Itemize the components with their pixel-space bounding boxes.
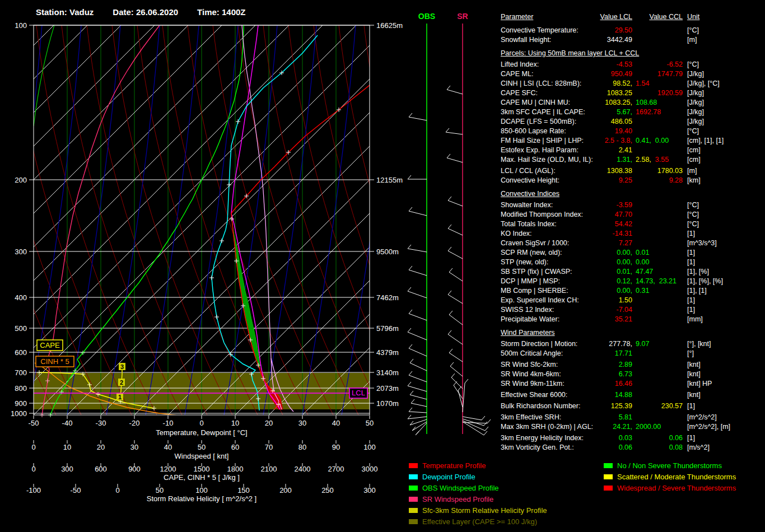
param-unit: [1], [1] — [687, 286, 707, 296]
wind-barb-tick — [448, 247, 451, 251]
cape-tick-label: 600 — [95, 465, 107, 473]
height-tick-label: 3140m — [376, 368, 399, 377]
cape-tick-label: 1800 — [227, 465, 244, 473]
wind-barb-tick — [447, 86, 450, 90]
param-unit: [°C] — [687, 60, 699, 69]
wind-barb — [408, 291, 427, 298]
cape-tick-label: 2100 — [261, 465, 277, 473]
value-lcl: 7.27 — [572, 239, 632, 248]
legend-label: Widespread / Severe Thunderstorms — [617, 484, 736, 492]
km-marker-label: 2 — [120, 379, 123, 386]
param-label: Lifted Index: — [501, 60, 539, 69]
param-row: Convective Temperature:29.50[°C] — [501, 26, 765, 35]
param-unit: [cm], [1], [1] — [687, 136, 724, 146]
wind-barb-tick — [448, 330, 451, 334]
param-label: DCAPE (LFS = 500mB): — [501, 117, 576, 127]
param-unit: [1] — [687, 248, 695, 258]
wind-tick-label: 70 — [265, 443, 273, 451]
wind-barb-tick — [454, 381, 457, 385]
temp-tick-label: -50 — [29, 419, 39, 427]
temp-tick-label: 50 — [366, 419, 374, 427]
cape-tick-label: 900 — [128, 465, 141, 473]
wind-barb — [410, 395, 427, 399]
wind-barb-tick — [410, 391, 413, 395]
wind-barb-tick — [448, 197, 451, 200]
isotherm-line — [168, 25, 558, 415]
param-unit: [J/kg] — [687, 108, 704, 117]
wind-barb-tick — [409, 310, 412, 314]
wind-barb — [448, 251, 463, 259]
param-unit: [m] — [687, 35, 697, 45]
value-lcl: 17.71 — [572, 349, 632, 358]
param-label: 3km Energy Helicity Index: — [501, 433, 584, 443]
legend-swatch-icon — [409, 519, 418, 524]
param-label: CAPE SFC: — [501, 88, 538, 98]
wind-tick-label: 10 — [63, 443, 71, 451]
temperature-line — [231, 85, 370, 409]
value-lcl: 2.89 — [572, 360, 632, 370]
height-tick-label: 5796m — [376, 324, 399, 333]
param-label: Snowfall Height: — [501, 35, 551, 45]
parcel-curve — [242, 25, 282, 409]
wind-barb — [448, 334, 463, 344]
param-unit: [1] — [687, 433, 695, 443]
param-label: Storm Direction | Motion: — [501, 339, 577, 349]
legend-label: OBS Windspeed Profile — [422, 484, 499, 492]
param-unit: [1] — [687, 258, 695, 267]
value-ccl: 0.08 — [638, 443, 683, 452]
wind-barb-tick — [484, 422, 487, 426]
dry-adiabat — [137, 25, 258, 415]
param-row: Max 3km SRH (0-2km) | AGL:24.21,2000.00[… — [501, 422, 765, 432]
value-lcl: 24.21, — [572, 422, 632, 432]
param-unit: [knt] — [687, 390, 701, 400]
param-unit: [J/kg] — [687, 117, 704, 127]
param-row: 3km Energy Helicity Index:0.030.06[1] — [501, 433, 765, 443]
col-header-parameter: Parameter — [501, 12, 533, 22]
temp-tick-label: -40 — [62, 419, 73, 427]
param-row: MB Comp | SHERBE:0.00,0.31[1], [1] — [501, 286, 765, 296]
srh-tick-label: -50 — [71, 486, 81, 494]
param-label: SWISS 12 Index: — [501, 305, 554, 315]
value-ccl: 1780.03 — [638, 166, 683, 176]
wind-barb-tick — [447, 154, 450, 158]
srh-tick-label: 100 — [195, 486, 208, 494]
value-lcl: 277.78, — [572, 339, 632, 349]
param-unit: [1], [%], [%] — [687, 277, 723, 286]
param-label: SR Wind Sfc-2km: — [501, 360, 558, 370]
value-lcl: 0.06 — [572, 443, 632, 452]
value-ccl: 230.57 — [638, 402, 683, 411]
legend-label: SR Windspeed Profile — [422, 495, 493, 503]
param-row: Total Totals Index:54.42[°C] — [501, 220, 765, 229]
param-unit: [mm] — [687, 315, 703, 324]
wind-barb — [463, 421, 485, 431]
severity-legend-item: No / Non Severe Thunderstorms — [604, 461, 736, 473]
dry-adiabat — [87, 25, 207, 415]
wind-barb — [449, 315, 463, 325]
param-row: CAPE ML:950.491747.79[J/kg] — [501, 69, 765, 79]
value-lcl: 950.49 — [572, 69, 632, 79]
height-tick-label: 12155m — [376, 176, 403, 184]
param-row: CAPE MU | CINH MU:1083.25,108.68[J/kg] — [501, 98, 765, 108]
param-unit: [cm] — [687, 146, 701, 155]
section-header: Convective Indices — [501, 189, 765, 200]
height-tick-label: 9500m — [376, 248, 399, 256]
value-mid: 0.31 — [636, 286, 649, 296]
param-label: Estofex Exp. Hail Param: — [501, 146, 579, 155]
param-label: DCP | MMP | MSP: — [501, 277, 560, 286]
wind-barb-tick — [409, 266, 412, 270]
wind-barb — [449, 353, 463, 362]
dewpoint-line — [212, 35, 318, 410]
param-unit: [m^2/s^2], [m] — [687, 422, 730, 432]
temp-tick-label: 40 — [332, 419, 340, 427]
value-lcl: 47.70 — [572, 210, 632, 220]
wind-barb-tick — [410, 359, 413, 363]
pressure-tick-label: 500 — [15, 324, 27, 333]
legend-swatch-icon — [604, 486, 613, 491]
wind-tick-label: 0 — [31, 443, 35, 451]
wind-barb-tick — [465, 379, 468, 383]
pressure-tick-label: 1000 — [11, 409, 27, 418]
legend-label: Effective Layer (CAPE >= 100 J/kg) — [422, 517, 537, 526]
legend-label: Temperature Profile — [422, 461, 486, 470]
pressure-tick-label: 800 — [15, 384, 27, 393]
param-label: Showalter Index: — [501, 200, 553, 210]
